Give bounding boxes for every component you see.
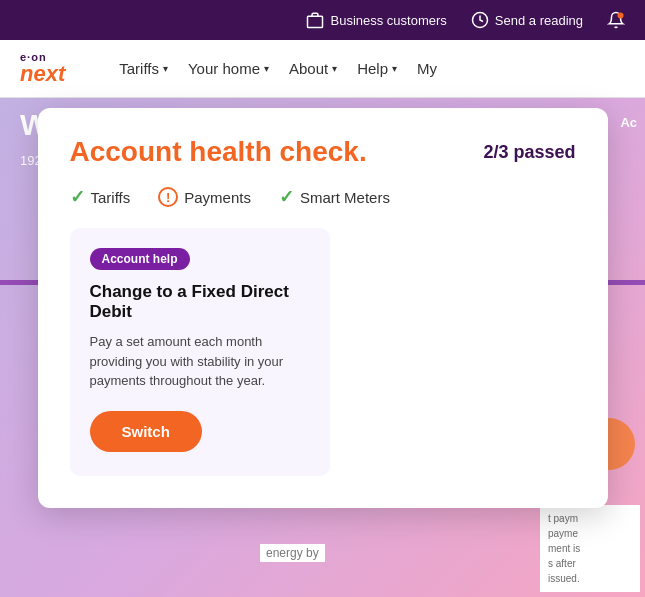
health-item-tariffs: ✓ Tariffs	[70, 186, 131, 208]
nav-my[interactable]: My	[411, 56, 443, 81]
your-home-chevron-icon: ▾	[264, 63, 269, 74]
nav-help-label: Help	[357, 60, 388, 77]
business-icon	[306, 11, 324, 29]
notification-bell[interactable]	[607, 11, 625, 29]
health-payments-label: Payments	[184, 189, 251, 206]
health-item-payments: ! Payments	[158, 186, 251, 208]
modal-passed: 2/3 passed	[483, 142, 575, 163]
logo[interactable]: e·on next	[20, 52, 65, 85]
nav-tariffs[interactable]: Tariffs ▾	[113, 56, 174, 81]
health-tariffs-label: Tariffs	[91, 189, 131, 206]
top-bar: Business customers Send a reading	[0, 0, 645, 40]
bell-icon	[607, 11, 625, 29]
tariffs-chevron-icon: ▾	[163, 63, 168, 74]
nav-your-home-label: Your home	[188, 60, 260, 77]
health-items: ✓ Tariffs ! Payments ✓ Smart Meters	[70, 186, 576, 208]
help-chevron-icon: ▾	[392, 63, 397, 74]
switch-button[interactable]: Switch	[90, 411, 202, 452]
logo-next: next	[20, 63, 65, 85]
nav-about-label: About	[289, 60, 328, 77]
modal-title: Account health check.	[70, 136, 367, 168]
nav-your-home[interactable]: Your home ▾	[182, 56, 275, 81]
card-body: Pay a set amount each month providing yo…	[90, 332, 310, 391]
send-reading-link[interactable]: Send a reading	[471, 11, 583, 29]
svg-point-2	[618, 13, 624, 19]
nav-about[interactable]: About ▾	[283, 56, 343, 81]
nav-tariffs-label: Tariffs	[119, 60, 159, 77]
modal-header: Account health check. 2/3 passed	[70, 136, 576, 168]
health-item-smart-meters: ✓ Smart Meters	[279, 186, 390, 208]
nav-help[interactable]: Help ▾	[351, 56, 403, 81]
business-customers-link[interactable]: Business customers	[306, 11, 446, 29]
about-chevron-icon: ▾	[332, 63, 337, 74]
svg-rect-0	[308, 16, 323, 27]
tariffs-check-icon: ✓	[70, 186, 85, 208]
health-smart-meters-label: Smart Meters	[300, 189, 390, 206]
payments-warning-icon: !	[158, 187, 178, 207]
modal-overlay: Account health check. 2/3 passed ✓ Tarif…	[0, 98, 645, 597]
nav-my-label: My	[417, 60, 437, 77]
nav-items: Tariffs ▾ Your home ▾ About ▾ Help ▾ My	[113, 56, 625, 81]
card-tag: Account help	[90, 248, 190, 270]
smart-meters-check-icon: ✓	[279, 186, 294, 208]
account-help-card: Account help Change to a Fixed Direct De…	[70, 228, 330, 476]
health-check-modal: Account health check. 2/3 passed ✓ Tarif…	[38, 108, 608, 508]
business-customers-label: Business customers	[330, 13, 446, 28]
meter-icon	[471, 11, 489, 29]
card-title: Change to a Fixed Direct Debit	[90, 282, 310, 322]
nav-bar: e·on next Tariffs ▾ Your home ▾ About ▾ …	[0, 40, 645, 98]
send-reading-label: Send a reading	[495, 13, 583, 28]
